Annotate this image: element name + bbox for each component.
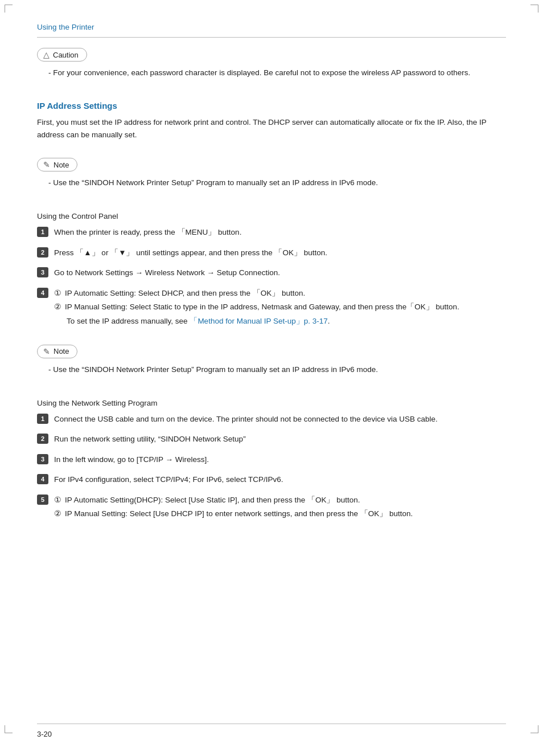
network-program-heading: Using the Network Setting Program <box>37 399 506 407</box>
page: Using the Printer △ Caution For your con… <box>0 0 543 756</box>
note2-badge: ✎ Note <box>37 345 77 358</box>
net-step-text-3: In the left window, go to [TCP/IP → Wire… <box>54 453 506 466</box>
net-step-1: 1 Connect the USB cable and turn on the … <box>37 413 506 426</box>
note1-badge: ✎ Note <box>37 158 77 171</box>
net-step-text-4: For IPv4 configuration, select TCP/IPv4;… <box>54 473 506 486</box>
note2-section: ✎ Note Use the “SINDOH Network Printer S… <box>37 345 506 376</box>
step-badge-2: 2 <box>37 247 48 258</box>
net-step-badge-5: 5 <box>37 495 48 505</box>
page-number: 3-20 <box>37 729 506 739</box>
corner-mark-tr <box>530 5 538 13</box>
note1-section: ✎ Note Use the “SINDOH Network Printer S… <box>37 158 506 189</box>
control-step-2: 2 Press 「▲」 or 「▼」 until settings appear… <box>37 247 506 259</box>
page-footer: 3-20 <box>37 724 506 739</box>
step4-sub2-indent: To set the IP address manually, see 「Met… <box>67 315 506 328</box>
manual-ip-link[interactable]: 「Method for Manual IP Set-up」p. 3-17 <box>190 317 327 325</box>
note1-item-1: Use the “SINDOH Network Printer Setup” P… <box>48 177 506 189</box>
step4-sub2-num: ② <box>54 301 61 313</box>
step-badge-4: 4 <box>37 288 48 298</box>
step-badge-3: 3 <box>37 267 48 277</box>
page-header: Using the Printer <box>37 23 506 31</box>
note2-icon: ✎ <box>43 347 50 356</box>
footer-divider <box>37 724 506 724</box>
step5-sub1-num: ① <box>54 494 61 506</box>
control-step-1: 1 When the printer is ready, press the 「… <box>37 226 506 239</box>
caution-badge: △ Caution <box>37 48 87 62</box>
page-num-suffix: -20 <box>41 730 52 738</box>
step4-sub2-text: IP Manual Setting: Select Static to type… <box>65 301 459 313</box>
step4-sub1: ① IP Automatic Setting: Select DHCP, and… <box>54 287 506 300</box>
net-step-badge-1: 1 <box>37 414 48 424</box>
net-step-5: 5 ① IP Automatic Setting(DHCP): Select [… <box>37 494 506 522</box>
control-step-4: 4 ① IP Automatic Setting: Select DHCP, a… <box>37 287 506 328</box>
caution-item-1: For your convenience, each password char… <box>48 67 506 79</box>
caution-icon: △ <box>43 50 50 59</box>
step5-sub2: ② IP Manual Setting: Select [Use DHCP IP… <box>54 508 506 520</box>
step5-sub1: ① IP Automatic Setting(DHCP): Select [Us… <box>54 494 506 506</box>
net-step-content-5: ① IP Automatic Setting(DHCP): Select [Us… <box>54 494 506 522</box>
note2-item-1: Use the “SINDOH Network Printer Setup” P… <box>48 364 506 376</box>
corner-mark-bl <box>5 725 13 733</box>
step5-sub1-text: IP Automatic Setting(DHCP): Select [Use … <box>65 494 360 506</box>
step-badge-1: 1 <box>37 227 48 237</box>
step4-sub1-num: ① <box>54 287 61 300</box>
note1-label: Note <box>54 161 69 169</box>
control-panel-heading: Using the Control Panel <box>37 212 506 220</box>
net-step-badge-4: 4 <box>37 474 48 484</box>
net-step-badge-2: 2 <box>37 434 48 444</box>
step5-sub2-text: IP Manual Setting: Select [Use DHCP IP] … <box>65 508 413 520</box>
step4-sub1-text: IP Automatic Setting: Select DHCP, and t… <box>65 287 305 300</box>
net-step-badge-3: 3 <box>37 454 48 464</box>
net-step-2: 2 Run the network setting utility, “SIND… <box>37 433 506 446</box>
caution-section: △ Caution For your convenience, each pas… <box>37 48 506 79</box>
net-step-3: 3 In the left window, go to [TCP/IP → Wi… <box>37 453 506 466</box>
header-title: the Printer <box>59 23 94 31</box>
step-text-1: When the printer is ready, press the 「ME… <box>54 226 506 239</box>
net-step-4: 4 For IPv4 configuration, select TCP/IPv… <box>37 473 506 486</box>
header-prefix: Using <box>37 23 59 31</box>
corner-mark-tl <box>5 5 13 13</box>
header-divider <box>37 37 506 38</box>
step4-sub2: ② IP Manual Setting: Select Static to ty… <box>54 301 506 313</box>
step-text-2: Press 「▲」 or 「▼」 until settings appear, … <box>54 247 506 259</box>
ip-section-heading: IP Address Settings <box>37 101 506 111</box>
net-step-text-1: Connect the USB cable and turn on the de… <box>54 413 506 426</box>
note1-icon: ✎ <box>43 160 50 169</box>
control-step-3: 3 Go to Network Settings → Wireless Netw… <box>37 267 506 279</box>
step-text-3: Go to Network Settings → Wireless Networ… <box>54 267 506 279</box>
ip-intro: First, you must set the IP address for n… <box>37 116 506 141</box>
net-step-text-2: Run the network setting utility, “SINDOH… <box>54 433 506 446</box>
corner-mark-br <box>530 725 538 733</box>
caution-label: Caution <box>53 51 79 59</box>
note2-label: Note <box>54 347 69 355</box>
step5-sub2-num: ② <box>54 508 61 520</box>
step-content-4: ① IP Automatic Setting: Select DHCP, and… <box>54 287 506 328</box>
